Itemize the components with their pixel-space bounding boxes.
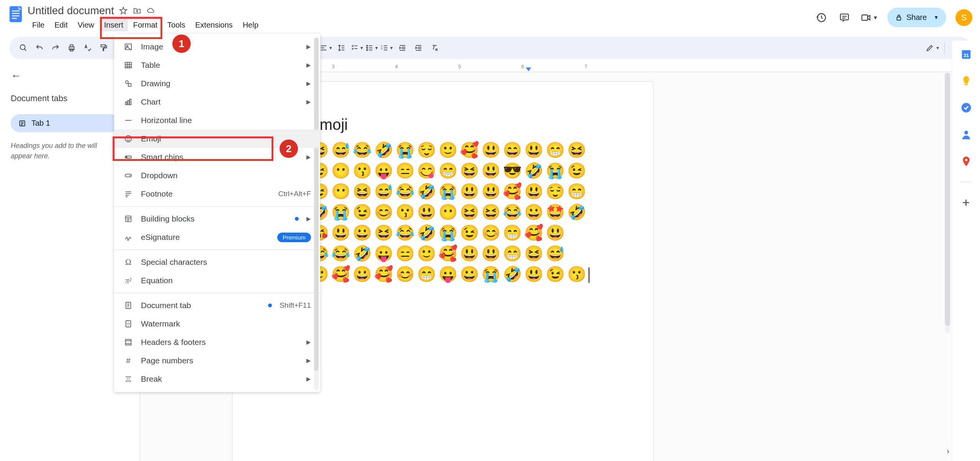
svg-rect-2 [12,13,19,14]
emoji-icon [123,134,133,144]
menu-item-special-characters[interactable]: ΩSpecial characters [114,253,320,271]
menu-item-page-numbers[interactable]: #Page numbers▶ [114,351,320,370]
calendar-icon[interactable]: 31 [960,48,973,61]
svg-rect-63 [125,62,132,68]
submenu-arrow-icon: ▶ [306,215,311,222]
svg-point-31 [366,49,368,51]
menu-edit[interactable]: Edit [50,19,72,31]
tab-chip[interactable]: Tab 1 [11,114,119,132]
menu-item-esignature[interactable]: eSignaturePremium [114,228,320,246]
svg-point-60 [965,159,967,161]
indent-decrease-icon[interactable] [395,41,410,55]
new-indicator-dot [295,217,299,221]
account-avatar[interactable]: S [955,9,972,26]
clear-formatting-icon[interactable] [427,41,442,55]
align-icon[interactable]: ▼ [319,41,333,55]
menu-item-building-blocks[interactable]: Building blocks▶ [114,210,320,228]
ruler-h-tick: 6 [521,64,524,69]
menu-insert[interactable]: Insert [100,19,128,31]
svg-rect-69 [128,84,131,86]
side-panel: 31 + [952,41,980,461]
menu-item-table[interactable]: Table▶ [114,56,320,74]
comments-icon[interactable] [838,11,851,25]
share-label: Share [906,13,927,22]
svg-point-76 [129,138,130,138]
undo-icon[interactable] [32,41,47,55]
menu-file[interactable]: File [28,19,49,31]
new-indicator-dot [268,304,272,307]
menu-item-document-tab[interactable]: Document tabShift+F11 [114,296,320,315]
menu-item-label: Document tab [141,301,260,310]
print-icon[interactable] [64,41,79,55]
svg-point-68 [126,81,128,84]
checklist-icon[interactable]: ▼ [350,41,364,55]
menu-item-chart[interactable]: Chart▶ [114,93,320,111]
headers-icon [123,337,133,347]
menu-item-footnote[interactable]: FootnoteCtrl+Alt+F [114,185,320,203]
svg-rect-92 [126,321,131,327]
addons-plus-icon[interactable]: + [960,196,973,209]
paint-format-icon[interactable] [97,41,111,55]
indent-increase-icon[interactable] [411,41,426,55]
numbered-list-icon[interactable]: 12▼ [380,41,394,55]
document-title[interactable]: Untitled document [28,5,114,17]
menu-item-image[interactable]: Image▶ [114,38,320,56]
menu-item-equation[interactable]: π²Equation [114,271,320,290]
move-folder-icon[interactable] [133,6,142,15]
ruler-h-tick: 3 [332,64,334,69]
submenu-arrow-icon: ▶ [306,357,311,364]
scroll-right-icon[interactable]: › [947,446,949,456]
menu-view[interactable]: View [73,19,99,31]
bullet-list-icon[interactable]: ▼ [365,41,379,55]
share-button[interactable]: Share ▼ [887,8,946,27]
svg-rect-94 [126,340,131,345]
dropdown-separator [114,293,320,293]
svg-rect-55 [962,50,970,52]
svg-rect-8 [862,15,867,20]
submenu-arrow-icon: ▶ [306,43,311,50]
menu-item-dropdown[interactable]: Dropdown [114,166,320,185]
menu-item-label: Smart chips [141,153,299,162]
insert-menu-dropdown: Image▶Table▶Drawing▶Chart▶Horizontal lin… [114,34,320,392]
page-scrollbar[interactable] [945,73,950,333]
menu-tools[interactable]: Tools [163,19,190,31]
tasks-icon[interactable] [960,101,973,114]
image-icon [123,42,133,52]
submenu-arrow-icon: ▶ [306,154,311,161]
spellcheck-icon[interactable] [80,41,95,55]
menu-item-label: Drawing [141,79,299,88]
editing-mode-icon[interactable]: ▼ [926,41,940,55]
menu-item-label: eSignature [141,233,270,242]
menu-item-label: Page numbers [141,356,299,365]
menu-item-label: Dropdown [141,171,311,180]
submenu-arrow-icon: ▶ [306,98,311,105]
meet-icon[interactable]: ▼ [861,11,878,25]
docs-logo-icon[interactable] [8,6,24,22]
menu-extensions[interactable]: Extensions [191,19,237,31]
contacts-icon[interactable] [960,128,973,141]
svg-rect-4 [12,18,17,19]
menu-item-horizontal-line[interactable]: Horizontal line [114,111,320,130]
ruler-marker-icon[interactable] [526,67,531,71]
redo-icon[interactable] [48,41,63,55]
menu-item-label: Image [141,42,299,51]
maps-icon[interactable] [960,155,973,168]
cloud-status-icon[interactable] [146,6,155,15]
menu-item-headers-footers[interactable]: Headers & footers▶ [114,333,320,351]
menu-item-drawing[interactable]: Drawing▶ [114,74,320,93]
line-spacing-icon[interactable] [334,41,349,55]
blocks-icon [123,214,133,224]
menu-format[interactable]: Format [129,19,162,31]
menu-item-label: Building blocks [141,214,287,223]
footnote-icon [123,189,133,199]
menu-help[interactable]: Help [238,19,263,31]
tab-label: Tab 1 [31,119,50,128]
history-icon[interactable] [815,11,828,25]
menu-item-watermark[interactable]: Watermark [114,315,320,333]
keep-icon[interactable] [960,74,973,87]
menu-item-break[interactable]: Break▶ [114,370,320,388]
search-icon[interactable] [16,41,31,55]
star-icon[interactable] [119,6,128,15]
panel-hint: Headings you add to the will appear here… [11,141,119,161]
back-arrow-icon[interactable]: ← [11,70,21,82]
